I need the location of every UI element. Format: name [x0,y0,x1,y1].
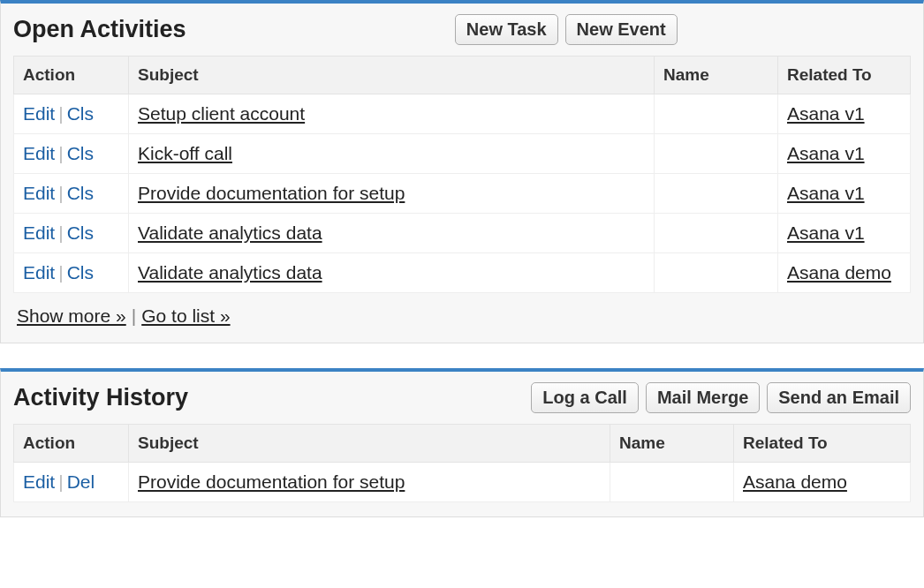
name-cell [655,94,778,134]
col-header-related[interactable]: Related To [734,425,911,463]
open-activities-buttons: New Task New Event [455,14,678,45]
open-activities-title: Open Activities [13,16,186,43]
cls-link[interactable]: Cls [67,222,94,243]
subject-link[interactable]: Provide documentation for setup [138,183,405,203]
open-activities-panel: Open Activities New Task New Event Actio… [0,0,924,343]
subject-link[interactable]: Setup client account [138,103,305,124]
send-an-email-button[interactable]: Send an Email [767,382,911,413]
col-header-action[interactable]: Action [14,57,129,94]
cls-link[interactable]: Cls [67,183,94,203]
new-task-button[interactable]: New Task [455,14,558,45]
col-header-subject[interactable]: Subject [129,57,655,94]
name-cell [610,463,734,502]
mail-merge-button[interactable]: Mail Merge [646,382,760,413]
open-activities-header: Open Activities New Task New Event [13,14,911,45]
activity-history-panel: Activity History Log a Call Mail Merge S… [0,368,924,517]
open-activities-table: Action Subject Name Related To Edit|Cls … [13,56,911,293]
table-row: Edit|Del Provide documentation for setup… [14,463,911,502]
table-row: Edit|Cls Validate analytics data Asana v… [14,214,911,253]
new-event-button[interactable]: New Event [565,14,678,45]
related-to-link[interactable]: Asana demo [743,471,847,492]
table-row: Edit|Cls Provide documentation for setup… [14,174,911,214]
activity-history-table: Action Subject Name Related To Edit|Del … [13,424,911,502]
go-to-list-link[interactable]: Go to list » [141,305,230,326]
name-cell [655,214,778,253]
related-to-link[interactable]: Asana v1 [787,183,865,203]
log-a-call-button[interactable]: Log a Call [531,382,639,413]
activity-history-buttons: Log a Call Mail Merge Send an Email [531,382,911,413]
cls-link[interactable]: Cls [67,103,94,124]
name-cell [655,253,778,293]
edit-link[interactable]: Edit [23,222,55,243]
subject-link[interactable]: Validate analytics data [138,262,322,283]
col-header-action[interactable]: Action [14,425,129,463]
col-header-related[interactable]: Related To [778,57,911,94]
subject-link[interactable]: Kick-off call [138,143,232,163]
edit-link[interactable]: Edit [23,183,55,203]
del-link[interactable]: Del [67,471,95,492]
edit-link[interactable]: Edit [23,103,55,124]
open-activities-footer: Show more »|Go to list » [13,293,911,328]
related-to-link[interactable]: Asana v1 [787,143,865,163]
col-header-subject[interactable]: Subject [129,425,610,463]
related-to-link[interactable]: Asana demo [787,262,891,283]
edit-link[interactable]: Edit [23,143,55,163]
cls-link[interactable]: Cls [67,143,94,163]
show-more-link[interactable]: Show more » [17,305,126,326]
edit-link[interactable]: Edit [23,471,55,492]
cls-link[interactable]: Cls [67,262,94,283]
subject-link[interactable]: Provide documentation for setup [138,471,405,492]
subject-link[interactable]: Validate analytics data [138,222,322,243]
table-row: Edit|Cls Setup client account Asana v1 [14,94,911,134]
name-cell [655,174,778,214]
col-header-name[interactable]: Name [655,57,778,94]
table-row: Edit|Cls Validate analytics data Asana d… [14,253,911,293]
related-to-link[interactable]: Asana v1 [787,222,865,243]
activity-history-header: Activity History Log a Call Mail Merge S… [13,382,911,413]
related-to-link[interactable]: Asana v1 [787,103,865,124]
col-header-name[interactable]: Name [610,425,734,463]
edit-link[interactable]: Edit [23,262,55,283]
activity-history-title: Activity History [13,384,188,411]
table-row: Edit|Cls Kick-off call Asana v1 [14,134,911,174]
name-cell [655,134,778,174]
